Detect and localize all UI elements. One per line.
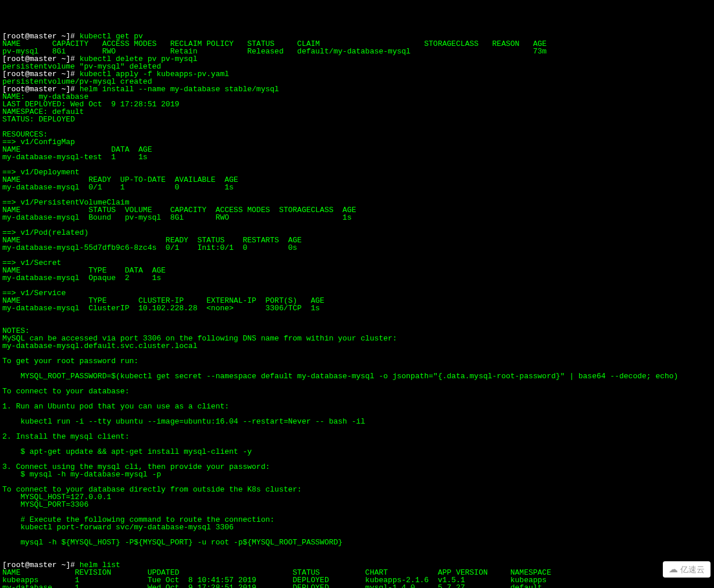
- terminal-line: STATUS: DEPLOYED: [2, 115, 75, 124]
- terminal-line: MYSQL_PORT=3306: [2, 500, 88, 509]
- terminal-output[interactable]: [root@master ~]# kubectl get pv NAME CAP…: [2, 33, 712, 588]
- shell-command: helm install --name my-database stable/m…: [80, 85, 279, 94]
- terminal-line: [2, 546, 20, 554]
- watermark-badge: ☁ 亿速云: [663, 561, 711, 578]
- terminal-line: my-database-mysql-55d7dfb9c6-8zc4s 0/1 I…: [2, 243, 297, 252]
- terminal-line: my-database-mysql Opaque 2 1s: [2, 274, 161, 282]
- terminal-line: my-database-mysql Bound pv-mysql 8Gi RWO…: [2, 213, 352, 222]
- terminal-line: To get your root password run:: [2, 357, 138, 365]
- watermark-text: 亿速云: [680, 565, 705, 573]
- terminal-line: my-database-mysql 0/1 1 0 1s: [2, 183, 234, 192]
- terminal-line: $ mysql -h my-database-mysql -p: [2, 470, 161, 479]
- terminal-line: MYSQL_ROOT_PASSWORD=$(kubectl get secret…: [2, 372, 678, 381]
- terminal-line: my-database-mysql ClusterIP 10.102.228.2…: [2, 304, 320, 313]
- cloud-icon: ☁: [669, 565, 678, 574]
- terminal-line: my-database-mysql-test 1 1s: [2, 153, 148, 162]
- terminal-line: kubectl run -i --tty ubuntu --image=ubun…: [2, 417, 365, 426]
- terminal-line: my-database 1 Wed Oct 9 17:28:51 2019 DE…: [2, 583, 551, 588]
- terminal-line: To connect to your database:: [2, 387, 129, 396]
- terminal-line: $ apt-get update && apt-get install mysq…: [2, 447, 252, 456]
- terminal-line: mysql -h ${MYSQL_HOST} -P${MYSQL_PORT} -…: [2, 538, 342, 547]
- terminal-line: 2. Install the mysql client:: [2, 432, 129, 441]
- terminal-line: kubectl port-forward svc/my-database-mys…: [2, 523, 234, 532]
- terminal-line: my-database-mysql.default.svc.cluster.lo…: [2, 342, 197, 350]
- terminal-line: 1. Run an Ubuntu pod that you can use as…: [2, 402, 229, 411]
